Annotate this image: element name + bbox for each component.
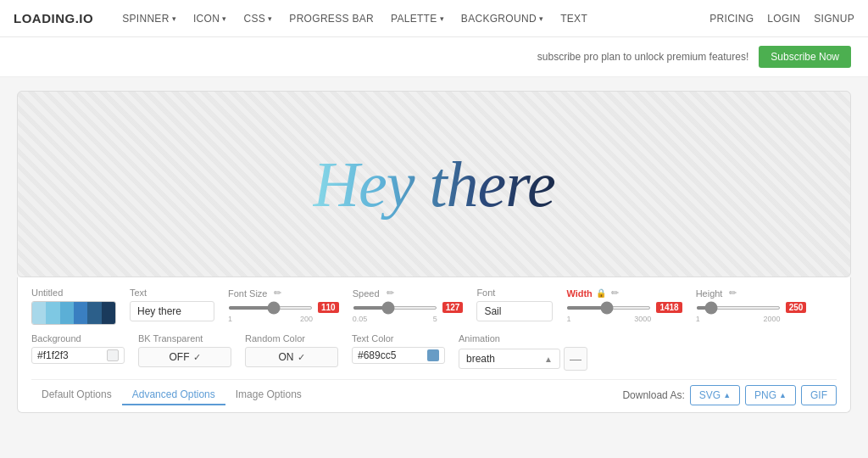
nav-pricing[interactable]: PRICING [709, 13, 754, 25]
tab-advanced-options[interactable]: Advanced Options [122, 385, 225, 405]
nav-item-text[interactable]: TEXT [552, 0, 596, 37]
speed-value: 127 [442, 302, 464, 313]
controls-panel: Untitled Text Font Size ✏ [17, 277, 851, 413]
width-label: Width [566, 288, 592, 299]
checkmark-icon: ✓ [193, 352, 201, 363]
palette-arrow-icon: ▾ [440, 14, 444, 23]
bk-transparent-label: BK Transparent [138, 333, 231, 344]
font-input[interactable] [476, 301, 553, 321]
text-color-field[interactable]: #689cc5 [352, 347, 445, 364]
speed-limits: 0.05 5 [353, 315, 437, 323]
swatch-3 [60, 302, 74, 324]
background-value: #f1f2f3 [37, 349, 102, 361]
nav-right: PRICING LOGIN SIGNUP [709, 13, 854, 25]
nav-logo[interactable]: LOADING.IO [14, 11, 93, 25]
height-limits: 1 2000 [696, 315, 781, 323]
png-arrow-icon: ▲ [779, 391, 787, 399]
subscribe-button[interactable]: Subscribe Now [759, 46, 851, 68]
text-color-group: Text Color #689cc5 [352, 333, 445, 364]
random-color-value: ON [279, 351, 294, 363]
width-range-row: 1418 [566, 302, 682, 313]
width-group: Width 🔒 ✏ 1418 1 3000 [566, 288, 682, 323]
background-label: Background [31, 333, 125, 344]
background-color-field[interactable]: #f1f2f3 [31, 347, 125, 364]
controls-row-2: Background #f1f2f3 BK Transparent OFF ✓ … [31, 333, 837, 371]
font-size-edit-icon[interactable]: ✏ [274, 288, 281, 299]
font-group: Font [476, 288, 553, 321]
random-color-label: Random Color [245, 333, 338, 344]
nav-item-css[interactable]: CSS ▾ [235, 0, 281, 37]
speed-range-container: 127 0.05 5 [353, 302, 464, 323]
height-range-row: 250 [696, 302, 807, 313]
svg-arrow-icon: ▲ [723, 391, 731, 399]
preview-canvas: Hey there [17, 91, 851, 277]
bk-transparent-group: BK Transparent OFF ✓ [138, 333, 231, 367]
tab-image-options[interactable]: Image Options [225, 385, 312, 405]
width-slider[interactable] [566, 306, 651, 310]
font-label: Font [476, 288, 553, 298]
speed-label: Speed [353, 288, 380, 299]
swatch-1 [32, 302, 46, 324]
css-arrow-icon: ▾ [268, 14, 272, 23]
text-color-label: Text Color [352, 333, 445, 344]
font-size-group: Font Size ✏ 110 1 200 [228, 288, 339, 323]
svg-download-button[interactable]: SVG ▲ [690, 385, 740, 405]
height-slider[interactable] [696, 306, 781, 310]
nav-item-progress[interactable]: PROGRESS BAR [281, 0, 382, 37]
width-limits: 1 3000 [566, 315, 651, 323]
background-group: Background #f1f2f3 [31, 333, 125, 364]
background-color-dot [107, 349, 119, 361]
swatch-4 [74, 302, 87, 324]
speed-range-row: 127 [353, 302, 464, 313]
height-edit-icon[interactable]: ✏ [729, 288, 737, 299]
tab-default-options[interactable]: Default Options [31, 385, 122, 405]
background-arrow-icon: ▾ [539, 14, 543, 23]
nav-item-spinner[interactable]: SPINNER ▾ [114, 0, 185, 37]
font-size-value: 110 [318, 302, 339, 313]
text-input[interactable] [130, 301, 214, 321]
animation-extra-button[interactable]: — [564, 347, 587, 371]
color-swatch[interactable] [31, 301, 116, 325]
font-size-range-container: 110 1 200 [228, 302, 339, 323]
main-wrapper: Hey there Untitled Text [0, 77, 868, 427]
text-color-value: #689cc5 [358, 349, 422, 361]
controls-row-1: Untitled Text Font Size ✏ [31, 288, 837, 325]
width-value: 1418 [656, 302, 682, 313]
nav-signup[interactable]: SIGNUP [814, 13, 854, 25]
animation-dropdown[interactable]: breath ▲ [459, 349, 560, 369]
random-checkmark-icon: ✓ [298, 352, 305, 363]
download-label: Download As: [622, 389, 684, 401]
font-size-range-row: 110 [228, 302, 339, 313]
animation-label: Animation [459, 333, 587, 344]
width-edit-icon[interactable]: ✏ [611, 288, 619, 299]
width-range-container: 1418 1 3000 [566, 302, 682, 323]
swatch-5 [87, 302, 101, 324]
bk-transparent-toggle[interactable]: OFF ✓ [138, 347, 231, 367]
promo-bar: subscribe pro plan to unlock premium fea… [0, 37, 868, 77]
navigation: LOADING.IO SPINNER ▾ ICON ▾ CSS ▾ PROGRE… [0, 0, 868, 37]
speed-slider[interactable] [353, 306, 437, 310]
nav-login[interactable]: LOGIN [767, 13, 800, 25]
nav-item-palette[interactable]: PALETTE ▾ [382, 0, 453, 37]
random-color-toggle[interactable]: ON ✓ [245, 347, 338, 367]
nav-items: SPINNER ▾ ICON ▾ CSS ▾ PROGRESS BAR PALE… [114, 0, 709, 37]
lock-icon: 🔒 [596, 288, 606, 298]
font-size-slider[interactable] [228, 306, 313, 310]
nav-item-background[interactable]: BACKGROUND ▾ [453, 0, 552, 37]
download-area: Download As: SVG ▲ PNG ▲ GIF [622, 385, 837, 405]
text-color-dot [427, 349, 439, 361]
tabs-row: Default Options Advanced Options Image O… [31, 379, 837, 412]
tabs-left: Default Options Advanced Options Image O… [31, 385, 312, 405]
height-group: Height ✏ 250 1 2000 [696, 288, 807, 323]
untitled-label: Untitled [31, 288, 116, 298]
speed-group: Speed ✏ 127 0.05 5 [353, 288, 464, 323]
text-group: Text [130, 288, 214, 321]
preview-text: Hey there [313, 148, 555, 221]
speed-edit-icon[interactable]: ✏ [387, 288, 394, 299]
png-download-button[interactable]: PNG ▲ [745, 385, 796, 405]
spinner-arrow-icon: ▾ [172, 14, 176, 23]
animation-group: Animation breath ▲ — [459, 333, 587, 371]
gif-download-button[interactable]: GIF [801, 385, 837, 405]
animation-value: breath [466, 353, 495, 365]
nav-item-icon[interactable]: ICON ▾ [185, 0, 236, 37]
